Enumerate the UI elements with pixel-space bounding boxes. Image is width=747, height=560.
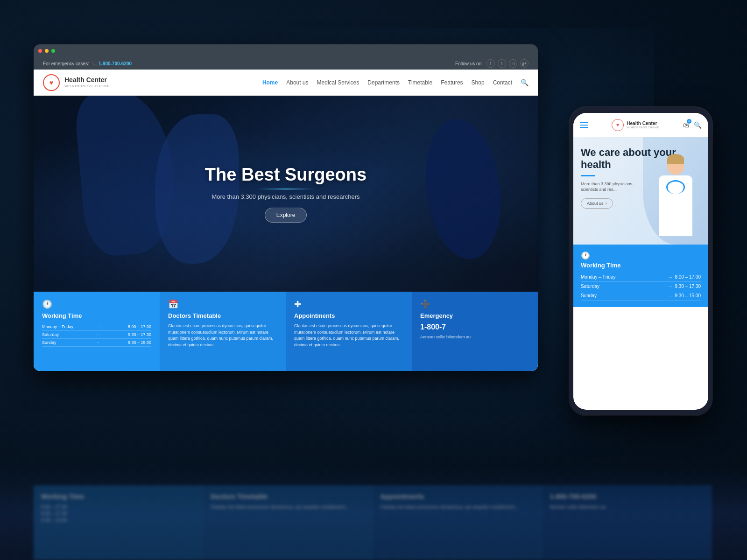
- social-google[interactable]: g+: [520, 59, 529, 68]
- mobile-logo: ♥ Health Center WORDPRESS THEME: [612, 119, 659, 131]
- mobile-hero-content: We care about your health More than 3,30…: [573, 137, 708, 218]
- phone-icon: 📞: [91, 61, 97, 66]
- bottom-card-3: Appointments Claritas est etiam processu…: [373, 485, 543, 560]
- nav-departments[interactable]: Departments: [367, 79, 400, 86]
- emergency-card-text: Aenean sollic bibendum au: [420, 334, 529, 340]
- social-section: Follow us on: f t in g+: [455, 59, 529, 68]
- browser-bar: [34, 44, 538, 57]
- logo-sub: WORDPRESS THEME: [64, 84, 110, 89]
- mobile-dash-1: –: [667, 274, 675, 280]
- mobile-hero-cta[interactable]: About us ›: [581, 198, 613, 209]
- wt-row-saturday: Saturday – 9.30 – 17.30: [42, 331, 151, 339]
- logo-area: ♥ Health Center WORDPRESS THEME: [43, 74, 110, 91]
- bottom-card-1-text: 8.00 – 17.009.30 – 17.309.30 – 15.00: [41, 504, 196, 524]
- mobile-screen: ♥ Health Center WORDPRESS THEME 🛍 0 🔍 We…: [573, 113, 708, 410]
- mobile-cta-arrow: ›: [606, 201, 607, 206]
- bottom-card-2-title: Doctors Timetable: [211, 493, 365, 500]
- search-icon[interactable]: 🔍: [521, 79, 529, 86]
- appointments-icon: ✚: [294, 299, 403, 309]
- mobile-hero-line: [581, 175, 595, 176]
- appointments-title: Appointments: [294, 312, 403, 319]
- mobile-wt-sunday: Sunday – 9.30 – 15.00: [581, 291, 701, 301]
- bottom-cards: Working Time 8.00 – 17.009.30 – 17.309.3…: [34, 485, 712, 560]
- dash-1: –: [99, 324, 102, 329]
- bottom-card-1-title: Working Time: [41, 493, 196, 500]
- desktop-mockup: For emergency cases: 📞 1-800-700-6200 Fo…: [34, 44, 538, 371]
- cart-icon[interactable]: 🛍 0: [683, 121, 689, 129]
- mobile-day-2: Saturday: [581, 284, 667, 289]
- nav-timetable[interactable]: Timetable: [408, 79, 432, 86]
- browser-dot-yellow[interactable]: [45, 49, 49, 53]
- timetable-text: Claritas est etiam processus dynamicus, …: [168, 323, 277, 348]
- cart-badge: 0: [687, 119, 691, 124]
- mobile-logo-sub: WORDPRESS THEME: [627, 126, 659, 129]
- logo-title: Health Center: [64, 76, 110, 84]
- nav-features[interactable]: Features: [441, 79, 463, 86]
- emergency-info: For emergency cases: 📞 1-800-700-6200: [43, 61, 132, 66]
- hero-cta-button[interactable]: Explore: [265, 208, 307, 223]
- logo-text: Health Center WORDPRESS THEME: [64, 76, 110, 88]
- working-time-title: Working Time: [42, 312, 151, 319]
- bottom-card-4-text: Aenean sollic bibendum au: [550, 504, 705, 511]
- nav-contact[interactable]: Contact: [493, 79, 512, 86]
- browser-dot-green[interactable]: [51, 49, 55, 53]
- nav-links: Home About us Medical Services Departmen…: [262, 79, 529, 86]
- mobile-search-icon[interactable]: 🔍: [694, 121, 702, 129]
- mobile-hero: We care about your health More than 3,30…: [573, 137, 708, 245]
- nav-about[interactable]: About us: [286, 79, 308, 86]
- social-icons: f t in g+: [486, 59, 529, 68]
- saturday-label: Saturday: [42, 332, 68, 337]
- social-twitter[interactable]: t: [498, 59, 506, 68]
- mobile-time-2: 9.30 – 17.30: [675, 284, 701, 289]
- bottom-card-4: 1-800-700-6200 Aenean sollic bibendum au: [543, 485, 712, 560]
- social-linkedin[interactable]: in: [509, 59, 517, 68]
- social-facebook[interactable]: f: [486, 59, 495, 68]
- bottom-card-2-text: Claritas est etiam processus dynamicus, …: [211, 504, 365, 511]
- info-card-emergency: ➕ Emergency 1-800-7 Aenean sollic bibend…: [412, 292, 538, 371]
- info-card-appointments: ✚ Appointments Claritas est etiam proces…: [286, 292, 412, 371]
- top-bar: For emergency cases: 📞 1-800-700-6200 Fo…: [34, 57, 538, 70]
- mobile-logo-title: Health Center: [627, 121, 659, 126]
- dash-2: –: [97, 332, 99, 337]
- doctor-head: [667, 156, 684, 175]
- bottom-blur: Working Time 8.00 – 17.009.30 – 17.309.3…: [0, 467, 747, 560]
- nav-shop[interactable]: Shop: [472, 79, 485, 86]
- wt-row-weekday: Monday – Friday – 8.00 – 17.00: [42, 323, 151, 331]
- mobile-dash-2: –: [667, 284, 675, 289]
- hero-title: The Best Surgeons: [205, 165, 366, 185]
- nav-home[interactable]: Home: [262, 79, 278, 86]
- nav-medical[interactable]: Medical Services: [317, 79, 359, 86]
- website-frame: For emergency cases: 📞 1-800-700-6200 Fo…: [34, 57, 538, 371]
- info-card-working-time: 🕐 Working Time Monday – Friday – 8.00 – …: [34, 292, 160, 371]
- working-times: Monday – Friday – 8.00 – 17.00 Saturday …: [42, 323, 151, 347]
- hamburger-button[interactable]: [580, 122, 588, 128]
- bottom-card-1: Working Time 8.00 – 17.009.30 – 17.309.3…: [34, 485, 203, 560]
- mobile-nav: ♥ Health Center WORDPRESS THEME 🛍 0 🔍: [573, 113, 708, 137]
- timetable-icon: 📅: [168, 299, 277, 309]
- browser-dot-red[interactable]: [38, 49, 42, 53]
- mobile-day-3: Sunday: [581, 293, 667, 298]
- mobile-wt-title: Working Time: [581, 262, 701, 269]
- hero-section: The Best Surgeons More than 3,300 physic…: [34, 96, 538, 292]
- hamburger-line-2: [580, 125, 588, 126]
- bottom-card-3-text: Claritas est etiam processus dynamicus, …: [381, 504, 535, 511]
- mobile-wt-icon: 🕐: [581, 251, 701, 260]
- weekday-label: Monday – Friday: [42, 324, 73, 329]
- hero-content: The Best Surgeons More than 3,300 physic…: [196, 155, 376, 232]
- mobile-time-3: 9.30 – 15.00: [675, 293, 701, 298]
- hamburger-line-3: [580, 127, 588, 128]
- mobile-cta-label: About us: [587, 201, 604, 206]
- mobile-logo-text: Health Center WORDPRESS THEME: [627, 121, 659, 129]
- sunday-label: Sunday: [42, 340, 68, 345]
- emergency-card-icon: ➕: [420, 299, 529, 309]
- appointments-text: Claritas est etiam processus dynamicus, …: [294, 323, 403, 348]
- info-cards: 🕐 Working Time Monday – Friday – 8.00 – …: [34, 292, 538, 371]
- mobile-nav-right: 🛍 0 🔍: [683, 121, 702, 129]
- working-time-icon: 🕐: [42, 299, 151, 309]
- bottom-card-3-title: Appointments: [381, 493, 535, 500]
- hero-divider: [258, 189, 314, 189]
- emergency-card-phone: 1-800-7: [420, 323, 529, 331]
- timetable-title: Doctors Timetable: [168, 312, 277, 319]
- bottom-card-2: Doctors Timetable Claritas est etiam pro…: [203, 485, 373, 560]
- info-card-timetable: 📅 Doctors Timetable Claritas est etiam p…: [160, 292, 286, 371]
